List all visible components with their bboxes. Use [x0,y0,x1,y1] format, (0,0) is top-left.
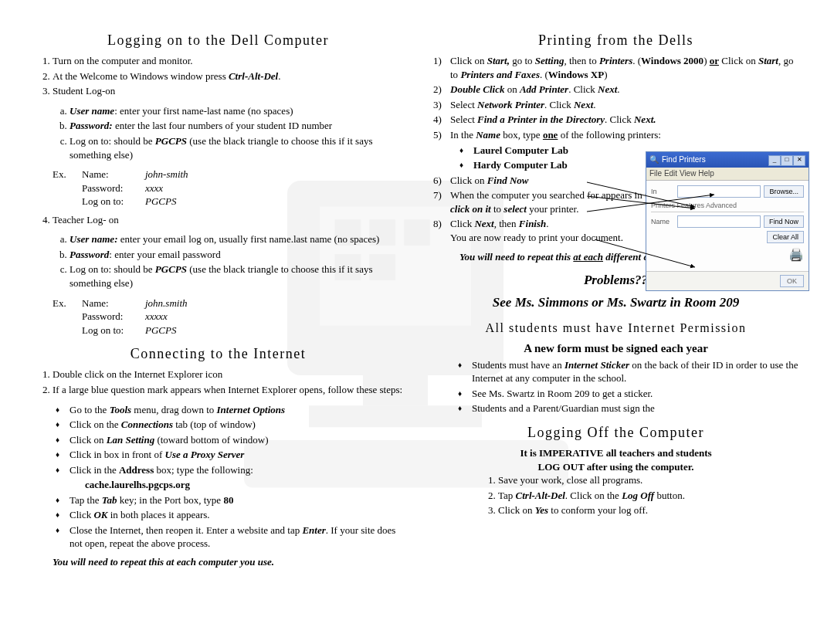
connect-step-1: Double click on the Internet Explorer ic… [53,368,405,381]
teacher-logonto: Log on to: should be PGCPS (use the blac… [70,263,405,290]
permission-title: All students must have Internet Permissi… [429,320,803,337]
window-controls[interactable]: _□✕ [768,154,805,166]
connecting-title: Connecting to the Internet [31,344,405,363]
search-icon: 🔍 [649,154,659,165]
left-column: Logging on to the Dell Computer Turn on … [31,23,405,577]
name-input[interactable] [677,215,761,228]
perm-item-3: Students and a Parent/Guardian must sign… [472,402,803,415]
cache-address: cache.laurelhs.pgcps.org [85,478,405,492]
connect-step-2: If a large blue question mark appears wh… [53,383,405,397]
connect-sub-4: Click in box in front of Use a Proxy Ser… [70,448,405,462]
student-logonto: Log on to: should be PGCPS (use the blac… [70,134,405,161]
connect-sub-7: Click OK in both places it appears. [70,508,405,522]
permission-subtitle: A new form must be signed each year [429,341,803,356]
logoff-step-2: Tap Ctrl-Alt-Del. Click on the Log Off b… [498,489,803,503]
window-titlebar: 🔍 Find Printers _□✕ [646,152,809,168]
name-label: Name [651,217,674,226]
student-password: Password: enter the last four numbers of… [70,119,405,133]
student-example: Ex.Name:john-smith Password:xxxx Log on … [53,168,405,208]
teacher-example: Ex.Name:john.smith Password:xxxxx Log on… [53,297,405,337]
connect-sub-8: Close the Internet, then reopen it. Ente… [70,524,405,551]
ok-button[interactable]: OK [780,275,804,287]
printer-glyph-icon: 🖨️ [788,246,804,263]
logoff-step-3: Click on Yes to conform your log off. [498,503,803,517]
perm-item-1: Students must have an Internet Sticker o… [472,358,803,385]
logoff-title: Logging Off the Computer [429,423,803,442]
logoff-head-1: It is IMPERATIVE all teachers and studen… [429,446,803,460]
student-username: User name: enter your first name-last na… [70,104,405,118]
logon-step-2: At the Welcome to Windows window press C… [53,69,405,83]
teacher-password: Password: enter your email password [70,248,405,262]
teacher-username: User name: enter your email log on, usua… [70,232,405,246]
logon-step-4: Teacher Log- on [53,213,405,227]
print-step-4: Select Find a Printer in the Directory. … [450,113,803,127]
connect-sub-2: Click on the Connections tab (top of win… [70,418,405,432]
browse-button[interactable]: Browse... [764,185,804,198]
find-printers-window: 🔍 Find Printers _□✕ File Edit View Help … [646,151,809,291]
print-step-1: Click on Start, go to Setting, then to P… [450,54,803,81]
connect-sub-1: Go to the Tools menu, drag down to Inter… [70,403,405,417]
connect-sub-3: Click on Lan Setting (toward bottom of w… [70,433,405,447]
clear-all-button[interactable]: Clear All [767,231,804,243]
problems-line-2: See Ms. Simmons or Ms. Swartz in Room 20… [429,294,803,312]
in-input[interactable] [677,185,761,198]
logoff-step-1: Save your work, close all programs. [498,473,803,487]
right-column: Printing from the Dells Click on Start, … [429,23,803,577]
logoff-head-2: LOG OUT after using the computer. [429,460,803,474]
tabs-row[interactable]: Printers Features Advanced [651,201,804,212]
window-menubar[interactable]: File Edit View Help [646,168,809,181]
perm-item-2: See Ms. Swartz in Room 209 to get a stic… [472,387,803,401]
print-step-2: Double Click on Add Printer. Click Next. [450,83,803,97]
logon-step-3: Student Log-on [53,84,405,98]
window-title: Find Printers [662,154,765,165]
connect-sub-6: Tap the Tab key; in the Port box, type 8… [70,493,405,507]
find-now-button[interactable]: Find Now [764,215,804,228]
connect-footer: You will need to repeat this at each com… [53,555,405,569]
logging-on-title: Logging on to the Dell Computer [31,31,405,49]
logon-step-1: Turn on the computer and monitor. [53,54,405,68]
connect-sub-5: Click in the Address box; type the follo… [70,463,405,477]
printing-title: Printing from the Dells [429,31,803,49]
in-label: In [651,187,674,196]
print-step-3: Select Network Printer. Click Next. [450,98,803,112]
